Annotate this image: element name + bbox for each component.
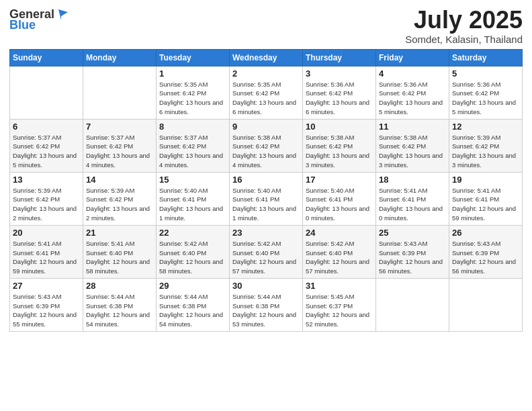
day-number: 18 bbox=[379, 175, 446, 185]
day-info: Sunrise: 5:38 AM Sunset: 6:42 PM Dayligh… bbox=[232, 133, 300, 170]
calendar-cell: 22Sunrise: 5:42 AM Sunset: 6:40 PM Dayli… bbox=[157, 225, 230, 278]
calendar-cell: 17Sunrise: 5:40 AM Sunset: 6:41 PM Dayli… bbox=[303, 172, 376, 225]
day-info: Sunrise: 5:40 AM Sunset: 6:41 PM Dayligh… bbox=[232, 186, 300, 223]
weekday-header-sunday: Sunday bbox=[10, 49, 83, 66]
day-info: Sunrise: 5:42 AM Sunset: 6:40 PM Dayligh… bbox=[159, 239, 226, 276]
day-info: Sunrise: 5:35 AM Sunset: 6:42 PM Dayligh… bbox=[232, 80, 300, 117]
day-number: 31 bbox=[306, 281, 373, 291]
day-info: Sunrise: 5:36 AM Sunset: 6:42 PM Dayligh… bbox=[306, 80, 373, 117]
calendar-cell: 3Sunrise: 5:36 AM Sunset: 6:42 PM Daylig… bbox=[303, 66, 376, 119]
svg-marker-0 bbox=[58, 9, 68, 20]
day-number: 2 bbox=[232, 68, 300, 79]
calendar-table: SundayMondayTuesdayWednesdayThursdayFrid… bbox=[9, 49, 523, 332]
calendar-cell: 13Sunrise: 5:39 AM Sunset: 6:42 PM Dayli… bbox=[10, 172, 83, 225]
day-number: 3 bbox=[306, 68, 373, 79]
day-info: Sunrise: 5:39 AM Sunset: 6:42 PM Dayligh… bbox=[86, 186, 153, 223]
calendar-cell: 1Sunrise: 5:35 AM Sunset: 6:42 PM Daylig… bbox=[157, 66, 230, 119]
weekday-header-thursday: Thursday bbox=[303, 49, 376, 66]
calendar-cell: 2Sunrise: 5:35 AM Sunset: 6:42 PM Daylig… bbox=[230, 66, 303, 119]
calendar-cell: 9Sunrise: 5:38 AM Sunset: 6:42 PM Daylig… bbox=[230, 119, 303, 172]
calendar-week-1: 1Sunrise: 5:35 AM Sunset: 6:42 PM Daylig… bbox=[10, 66, 523, 119]
calendar-cell bbox=[376, 278, 449, 331]
day-info: Sunrise: 5:39 AM Sunset: 6:42 PM Dayligh… bbox=[452, 133, 519, 170]
title-section: July 2025 Somdet, Kalasin, Thailand bbox=[405, 7, 523, 45]
calendar-cell: 12Sunrise: 5:39 AM Sunset: 6:42 PM Dayli… bbox=[449, 119, 523, 172]
day-number: 30 bbox=[232, 281, 300, 291]
calendar-cell: 8Sunrise: 5:37 AM Sunset: 6:42 PM Daylig… bbox=[157, 119, 230, 172]
day-number: 9 bbox=[232, 122, 300, 132]
day-number: 1 bbox=[159, 68, 226, 79]
calendar-cell: 11Sunrise: 5:38 AM Sunset: 6:42 PM Dayli… bbox=[376, 119, 449, 172]
calendar-cell: 16Sunrise: 5:40 AM Sunset: 6:41 PM Dayli… bbox=[230, 172, 303, 225]
calendar-week-5: 27Sunrise: 5:43 AM Sunset: 6:39 PM Dayli… bbox=[10, 278, 523, 331]
day-info: Sunrise: 5:39 AM Sunset: 6:42 PM Dayligh… bbox=[13, 186, 80, 223]
calendar-cell bbox=[449, 278, 523, 331]
day-number: 11 bbox=[379, 122, 446, 132]
calendar-week-3: 13Sunrise: 5:39 AM Sunset: 6:42 PM Dayli… bbox=[10, 172, 523, 225]
day-number: 20 bbox=[13, 228, 80, 238]
weekday-header-wednesday: Wednesday bbox=[230, 49, 303, 66]
day-info: Sunrise: 5:45 AM Sunset: 6:37 PM Dayligh… bbox=[306, 292, 373, 329]
calendar-cell: 20Sunrise: 5:41 AM Sunset: 6:41 PM Dayli… bbox=[10, 225, 83, 278]
calendar-cell: 25Sunrise: 5:43 AM Sunset: 6:39 PM Dayli… bbox=[376, 225, 449, 278]
day-number: 6 bbox=[13, 122, 80, 132]
weekday-header-monday: Monday bbox=[83, 49, 157, 66]
logo-flag-icon bbox=[56, 7, 71, 21]
day-number: 21 bbox=[86, 228, 153, 238]
page-header: General Blue July 2025 Somdet, Kalasin, … bbox=[9, 7, 523, 45]
day-info: Sunrise: 5:44 AM Sunset: 6:38 PM Dayligh… bbox=[159, 292, 226, 329]
calendar-cell: 14Sunrise: 5:39 AM Sunset: 6:42 PM Dayli… bbox=[83, 172, 157, 225]
weekday-header-friday: Friday bbox=[376, 49, 449, 66]
day-number: 24 bbox=[306, 228, 373, 238]
logo-blue: Blue bbox=[9, 19, 36, 31]
calendar-cell: 7Sunrise: 5:37 AM Sunset: 6:42 PM Daylig… bbox=[83, 119, 157, 172]
calendar-cell: 31Sunrise: 5:45 AM Sunset: 6:37 PM Dayli… bbox=[303, 278, 376, 331]
calendar-cell: 19Sunrise: 5:41 AM Sunset: 6:41 PM Dayli… bbox=[449, 172, 523, 225]
day-info: Sunrise: 5:35 AM Sunset: 6:42 PM Dayligh… bbox=[159, 80, 226, 117]
calendar-cell: 5Sunrise: 5:36 AM Sunset: 6:42 PM Daylig… bbox=[449, 66, 523, 119]
day-number: 28 bbox=[86, 281, 153, 291]
day-info: Sunrise: 5:37 AM Sunset: 6:42 PM Dayligh… bbox=[86, 133, 153, 170]
calendar-cell: 28Sunrise: 5:44 AM Sunset: 6:38 PM Dayli… bbox=[83, 278, 157, 331]
day-info: Sunrise: 5:36 AM Sunset: 6:42 PM Dayligh… bbox=[379, 80, 446, 117]
day-info: Sunrise: 5:43 AM Sunset: 6:39 PM Dayligh… bbox=[452, 239, 519, 276]
day-info: Sunrise: 5:43 AM Sunset: 6:39 PM Dayligh… bbox=[13, 292, 80, 329]
day-info: Sunrise: 5:44 AM Sunset: 6:38 PM Dayligh… bbox=[86, 292, 153, 329]
weekday-header-row: SundayMondayTuesdayWednesdayThursdayFrid… bbox=[10, 49, 523, 66]
calendar-cell: 15Sunrise: 5:40 AM Sunset: 6:41 PM Dayli… bbox=[157, 172, 230, 225]
day-info: Sunrise: 5:40 AM Sunset: 6:41 PM Dayligh… bbox=[159, 186, 226, 223]
calendar-cell: 10Sunrise: 5:38 AM Sunset: 6:42 PM Dayli… bbox=[303, 119, 376, 172]
day-number: 10 bbox=[306, 122, 373, 132]
day-number: 26 bbox=[452, 228, 519, 238]
day-info: Sunrise: 5:42 AM Sunset: 6:40 PM Dayligh… bbox=[306, 239, 373, 276]
day-info: Sunrise: 5:43 AM Sunset: 6:39 PM Dayligh… bbox=[379, 239, 446, 276]
day-info: Sunrise: 5:44 AM Sunset: 6:38 PM Dayligh… bbox=[232, 292, 300, 329]
weekday-header-tuesday: Tuesday bbox=[157, 49, 230, 66]
calendar-cell: 6Sunrise: 5:37 AM Sunset: 6:42 PM Daylig… bbox=[10, 119, 83, 172]
calendar-cell: 29Sunrise: 5:44 AM Sunset: 6:38 PM Dayli… bbox=[157, 278, 230, 331]
day-number: 8 bbox=[159, 122, 226, 132]
day-info: Sunrise: 5:40 AM Sunset: 6:41 PM Dayligh… bbox=[306, 186, 373, 223]
day-info: Sunrise: 5:37 AM Sunset: 6:42 PM Dayligh… bbox=[159, 133, 226, 170]
day-number: 14 bbox=[86, 175, 153, 185]
day-number: 12 bbox=[452, 122, 519, 132]
calendar-cell: 26Sunrise: 5:43 AM Sunset: 6:39 PM Dayli… bbox=[449, 225, 523, 278]
day-number: 29 bbox=[159, 281, 226, 291]
day-info: Sunrise: 5:41 AM Sunset: 6:41 PM Dayligh… bbox=[13, 239, 80, 276]
day-number: 15 bbox=[159, 175, 226, 185]
calendar-cell bbox=[83, 66, 157, 119]
month-title: July 2025 bbox=[405, 7, 523, 34]
calendar-cell bbox=[10, 66, 83, 119]
day-info: Sunrise: 5:36 AM Sunset: 6:42 PM Dayligh… bbox=[452, 80, 519, 117]
day-number: 27 bbox=[13, 281, 80, 291]
day-number: 13 bbox=[13, 175, 80, 185]
logo: General Blue bbox=[9, 7, 71, 31]
day-number: 17 bbox=[306, 175, 373, 185]
day-info: Sunrise: 5:41 AM Sunset: 6:40 PM Dayligh… bbox=[86, 239, 153, 276]
day-number: 25 bbox=[379, 228, 446, 238]
calendar-cell: 18Sunrise: 5:41 AM Sunset: 6:41 PM Dayli… bbox=[376, 172, 449, 225]
day-info: Sunrise: 5:41 AM Sunset: 6:41 PM Dayligh… bbox=[379, 186, 446, 223]
calendar-cell: 30Sunrise: 5:44 AM Sunset: 6:38 PM Dayli… bbox=[230, 278, 303, 331]
location-title: Somdet, Kalasin, Thailand bbox=[405, 34, 523, 45]
day-info: Sunrise: 5:37 AM Sunset: 6:42 PM Dayligh… bbox=[13, 133, 80, 170]
